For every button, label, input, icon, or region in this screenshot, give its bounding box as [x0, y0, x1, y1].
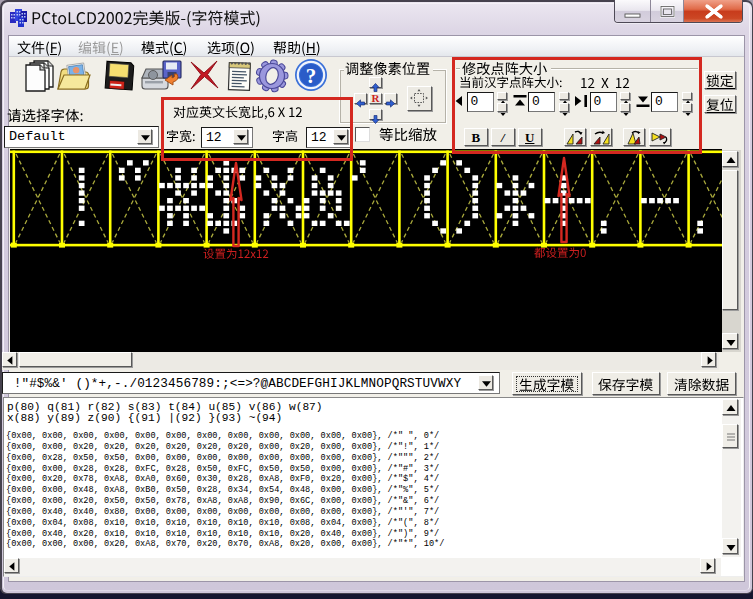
svg-text:?: ? — [306, 64, 317, 88]
